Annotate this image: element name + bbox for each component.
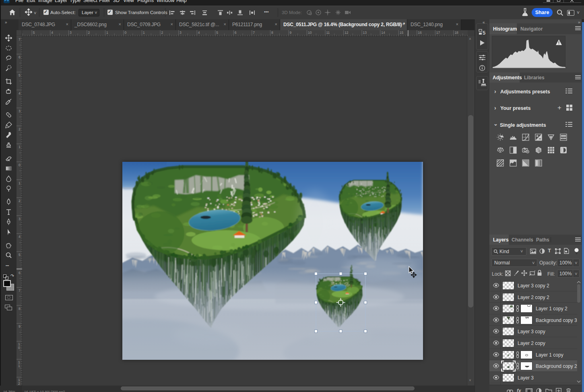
svg-text:2: 2 bbox=[88, 31, 90, 35]
svg-text:3: 3 bbox=[180, 31, 182, 35]
svg-text:9: 9 bbox=[19, 324, 21, 328]
svg-text:1: 1 bbox=[143, 31, 145, 35]
svg-text:18: 18 bbox=[454, 31, 458, 35]
svg-text:11: 11 bbox=[326, 31, 330, 35]
svg-text:16: 16 bbox=[418, 31, 422, 35]
svg-text:0: 0 bbox=[19, 163, 21, 167]
svg-text:6: 6 bbox=[19, 55, 21, 59]
svg-text:2: 2 bbox=[19, 199, 21, 203]
svg-text:4: 4 bbox=[19, 235, 21, 239]
svg-text:1: 1 bbox=[106, 31, 108, 35]
svg-text:6: 6 bbox=[19, 271, 21, 275]
svg-text:1: 1 bbox=[19, 181, 21, 185]
svg-text:4: 4 bbox=[198, 31, 200, 35]
svg-text:10: 10 bbox=[308, 31, 312, 35]
svg-text:5: 5 bbox=[483, 30, 485, 36]
svg-text:2: 2 bbox=[18, 382, 20, 386]
svg-text:17: 17 bbox=[436, 31, 440, 35]
svg-text:4: 4 bbox=[51, 31, 53, 35]
svg-text:14: 14 bbox=[381, 31, 385, 35]
svg-text:7: 7 bbox=[253, 31, 255, 35]
svg-text:2: 2 bbox=[19, 127, 21, 131]
svg-text:6: 6 bbox=[235, 31, 237, 35]
svg-text:5: 5 bbox=[216, 31, 218, 35]
svg-text:4: 4 bbox=[19, 91, 21, 95]
svg-text:8: 8 bbox=[271, 31, 273, 35]
svg-text:0: 0 bbox=[18, 346, 20, 350]
svg-text:5: 5 bbox=[33, 31, 35, 35]
svg-text:7: 7 bbox=[19, 289, 21, 293]
svg-text:0: 0 bbox=[125, 31, 127, 35]
svg-text:13: 13 bbox=[363, 31, 367, 35]
svg-text:3: 3 bbox=[19, 217, 21, 221]
svg-text:8: 8 bbox=[19, 307, 21, 311]
svg-text:5: 5 bbox=[19, 253, 21, 257]
svg-text:7: 7 bbox=[19, 37, 21, 41]
svg-text:12: 12 bbox=[345, 31, 349, 35]
svg-text:9: 9 bbox=[290, 31, 292, 35]
svg-text:2: 2 bbox=[161, 31, 163, 35]
svg-text:3: 3 bbox=[70, 31, 72, 35]
svg-text:3: 3 bbox=[19, 109, 21, 113]
svg-text:15: 15 bbox=[400, 31, 404, 35]
svg-text:1: 1 bbox=[18, 364, 20, 368]
svg-text:5: 5 bbox=[19, 73, 21, 77]
svg-text:1: 1 bbox=[19, 145, 21, 149]
